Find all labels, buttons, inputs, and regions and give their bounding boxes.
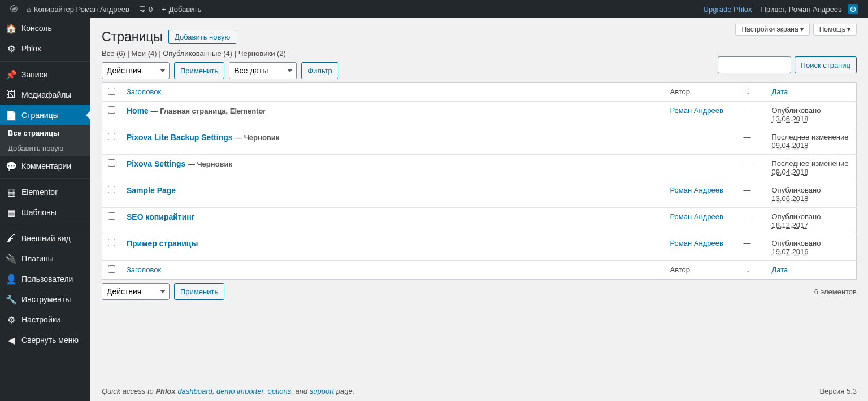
date-filter-select[interactable]: Все даты: [229, 62, 297, 79]
sidebar-item-4[interactable]: 📄Страницы: [0, 105, 90, 125]
home-icon: ⌂: [27, 5, 31, 14]
search-button[interactable]: Поиск страниц: [795, 56, 857, 73]
footer-options-link[interactable]: options: [267, 387, 291, 395]
sidebar-item-6[interactable]: ▦Elementor: [0, 182, 90, 202]
menu-label: Инструменты: [21, 295, 71, 304]
author-link[interactable]: Роман Андреев: [670, 186, 723, 194]
row-checkbox[interactable]: [108, 239, 115, 246]
page-title-link[interactable]: SEO копирайтинг: [127, 212, 195, 221]
footer-brand: Phlox: [155, 387, 177, 395]
page-title-link[interactable]: Pixova Lite Backup Settings: [127, 133, 233, 142]
date-status: Последнее изменение: [772, 159, 851, 168]
filter-all[interactable]: Все (6): [102, 49, 125, 58]
author-link[interactable]: Роман Андреев: [670, 212, 723, 221]
sidebar-item-8[interactable]: 🖌Внешний вид: [0, 228, 90, 249]
bulk-action-select-top[interactable]: Действия: [102, 62, 170, 79]
menu-icon: ▤: [6, 207, 17, 218]
filter-mine[interactable]: Мои (4): [132, 49, 157, 58]
comments-link[interactable]: 🗨0: [134, 0, 157, 18]
footer-dashboard-link[interactable]: dashboard: [177, 387, 212, 395]
screen-options-button[interactable]: Настройки экрана▾: [735, 24, 809, 36]
menu-separator: [0, 223, 90, 225]
post-state: — Черновик: [185, 160, 232, 168]
screen-options-label: Настройки экрана: [741, 25, 798, 33]
date-status: Последнее изменение: [772, 133, 851, 141]
submenu-add-new[interactable]: Добавить новую: [0, 141, 90, 156]
power-icon: ⏻: [848, 4, 858, 14]
date-value: 19.07.2016: [772, 247, 809, 256]
select-all-top[interactable]: [108, 88, 115, 95]
sidebar-item-13[interactable]: ◀Свернуть меню: [0, 330, 90, 350]
submenu-all-pages[interactable]: Все страницы: [0, 125, 90, 141]
table-row: Pixova Lite Backup Settings — Черновик—П…: [102, 128, 857, 155]
search-input[interactable]: [718, 56, 791, 73]
wp-logo[interactable]: ⓦ: [6, 0, 22, 18]
page-title: Страницы: [102, 29, 163, 45]
sidebar-item-12[interactable]: ⚙Настройки: [0, 310, 90, 330]
post-state: — Главная страница, Elementor: [149, 107, 266, 115]
my-account[interactable]: Привет, Роман Андреев⏻: [757, 0, 862, 18]
author-link[interactable]: Роман Андреев: [670, 239, 723, 247]
sidebar-item-11[interactable]: 🔧Инструменты: [0, 289, 90, 310]
add-new-page-button[interactable]: Добавить новую: [168, 30, 236, 44]
menu-icon: ⚙: [6, 314, 17, 325]
page-title-link[interactable]: Пример страницы: [127, 239, 198, 248]
apply-button-bottom[interactable]: Применить: [174, 283, 224, 300]
filter-drafts[interactable]: Черновики (2): [238, 49, 286, 58]
date-status: Опубликовано: [772, 239, 851, 247]
row-checkbox[interactable]: [108, 212, 115, 220]
apply-button-top[interactable]: Применить: [174, 62, 224, 79]
column-author-footer: Автор: [665, 261, 738, 280]
column-title-header[interactable]: Заголовок: [127, 88, 161, 96]
help-label: Помощь: [819, 25, 845, 33]
menu-label: Пользователи: [21, 274, 73, 284]
filter-published[interactable]: Опубликованные (4): [163, 49, 232, 58]
comment-icon: 🗨: [138, 5, 146, 14]
footer-support-link[interactable]: support: [310, 387, 334, 395]
admin-sidebar: 🏠Консоль⚙Phlox📌Записи🖼Медиафайлы📄Страниц…: [0, 18, 90, 401]
date-value: 18.12.2017: [772, 221, 809, 229]
sidebar-item-3[interactable]: 🖼Медиафайлы: [0, 85, 90, 105]
pages-table: Заголовок Автор 🗨 Дата Home — Главная ст…: [102, 82, 857, 280]
menu-icon: 🖌: [6, 233, 17, 244]
page-title-link[interactable]: Pixova Settings: [127, 159, 185, 168]
column-date-header[interactable]: Дата: [772, 88, 788, 96]
table-row: Pixova Settings — Черновик—Последнее изм…: [102, 155, 857, 181]
date-status: Опубликовано: [772, 106, 851, 115]
help-button[interactable]: Помощь▾: [813, 24, 857, 36]
main-content: Настройки экрана▾ Помощь▾ Страницы Добав…: [90, 18, 868, 401]
column-date-footer[interactable]: Дата: [772, 265, 788, 274]
sidebar-item-9[interactable]: 🔌Плагины: [0, 249, 90, 269]
select-all-bottom[interactable]: [108, 265, 115, 273]
menu-label: Шаблоны: [21, 208, 57, 217]
menu-label: Свернуть меню: [21, 335, 79, 345]
column-title-footer[interactable]: Заголовок: [127, 265, 161, 274]
row-checkbox[interactable]: [108, 106, 115, 114]
menu-label: Плагины: [21, 254, 54, 263]
sidebar-item-1[interactable]: ⚙Phlox: [0, 38, 90, 59]
site-name[interactable]: ⌂Копирайтер Роман Андреев: [22, 0, 134, 18]
menu-icon: 👤: [6, 273, 17, 285]
sidebar-item-7[interactable]: ▤Шаблоны: [0, 202, 90, 223]
menu-label: Страницы: [21, 111, 59, 120]
sidebar-item-5[interactable]: 💬Комментарии: [0, 156, 90, 176]
sidebar-item-2[interactable]: 📌Записи: [0, 64, 90, 85]
row-checkbox[interactable]: [108, 159, 115, 167]
footer-demo-link[interactable]: demo importer: [216, 387, 263, 395]
comments-cell: —: [738, 102, 766, 128]
row-checkbox[interactable]: [108, 186, 115, 193]
page-title-link[interactable]: Home: [127, 106, 149, 115]
page-title-link[interactable]: Sample Page: [127, 186, 176, 195]
sidebar-item-10[interactable]: 👤Пользователи: [0, 269, 90, 289]
menu-label: Консоль: [21, 24, 52, 33]
sidebar-item-0[interactable]: 🏠Консоль: [0, 18, 90, 38]
footer-prefix: Quick access to: [102, 387, 155, 395]
filter-button[interactable]: Фильтр: [301, 62, 338, 79]
bulk-action-select-bottom[interactable]: Действия: [102, 283, 170, 300]
date-value: 09.04.2018: [772, 168, 809, 176]
add-new[interactable]: +Добавить: [157, 0, 206, 18]
menu-icon: ⚙: [6, 43, 17, 54]
upgrade-phlox[interactable]: Upgrade Phlox: [699, 0, 757, 18]
author-link[interactable]: Роман Андреев: [670, 106, 723, 115]
row-checkbox[interactable]: [108, 133, 115, 140]
